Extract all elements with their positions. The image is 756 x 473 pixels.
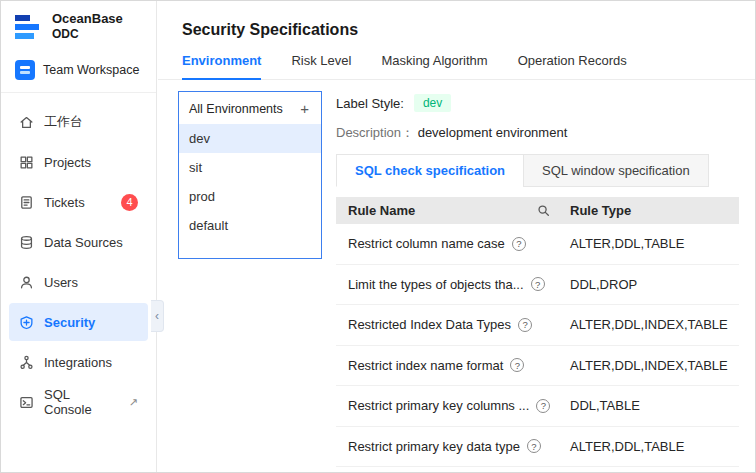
table-row[interactable]: Restrict index name format ? ALTER,DDL,I… [336, 346, 739, 387]
sidebar-nav: 工作台 Projects Tickets 4 Data Sources User… [1, 99, 156, 425]
chevron-left-icon: ‹ [155, 309, 159, 323]
rule-type-cell: ALTER,DDL,INDEX,TABLE [568, 317, 739, 332]
sidebar: OceanBase ODC Team Workspace 工作台 Project… [1, 1, 157, 472]
main-content: Security Specifications Environment Risk… [158, 1, 755, 472]
logo-subtitle: ODC [52, 27, 123, 42]
rule-type-cell: ALTER,DDL,TABLE [568, 439, 739, 454]
shield-icon [19, 315, 34, 330]
environment-detail: Label Style: dev Description： developmen… [336, 91, 739, 467]
database-icon [19, 235, 34, 250]
help-icon[interactable]: ? [518, 318, 532, 332]
sidebar-item-label: Projects [44, 155, 91, 170]
rule-name-cell: Limit the types of objects tha... ? [336, 277, 568, 292]
oceanbase-logo-icon [15, 13, 43, 41]
tab-risk-level[interactable]: Risk Level [291, 53, 351, 79]
sidebar-item-label: Integrations [44, 355, 112, 370]
table-row[interactable]: Restrict primary key columns ... ? DDL,T… [336, 386, 739, 427]
sidebar-item-sql-console[interactable]: SQL Console ↗ [9, 383, 148, 421]
environments-header: All Environments + [179, 92, 321, 124]
environment-item-default[interactable]: default [179, 211, 321, 240]
top-tabs: Environment Risk Level Masking Algorithm… [158, 53, 755, 80]
integrations-icon [19, 355, 34, 370]
label-style-row: Label Style: dev [336, 94, 739, 112]
rules-table-header: Rule Name Rule Type [336, 197, 739, 224]
rule-type-cell: DDL,TABLE [568, 398, 739, 413]
workspace-label: Team Workspace [43, 63, 139, 77]
tickets-icon [19, 195, 34, 210]
table-row[interactable]: Restrict primary key data type ? ALTER,D… [336, 427, 739, 468]
team-workspace-icon [15, 60, 35, 80]
sidebar-item-label: 工作台 [44, 113, 83, 131]
sidebar-item-label: Users [44, 275, 78, 290]
rule-name-cell: Restrict primary key data type ? [336, 439, 568, 454]
help-icon[interactable]: ? [527, 439, 541, 453]
tab-environment[interactable]: Environment [182, 53, 261, 79]
column-header-rule-name: Rule Name [336, 203, 568, 218]
tab-masking-algorithm[interactable]: Masking Algorithm [381, 53, 487, 79]
sidebar-item-tickets[interactable]: Tickets 4 [9, 183, 148, 221]
environment-item-dev[interactable]: dev [179, 124, 321, 153]
tab-operation-records[interactable]: Operation Records [518, 53, 627, 79]
rule-name-cell: Restrict primary key columns ... ? [336, 398, 568, 413]
environments-title: All Environments [189, 102, 283, 116]
rule-type-cell: ALTER,DDL,INDEX,TABLE [568, 358, 739, 373]
label-style-label: Label Style: [336, 96, 404, 111]
sidebar-collapse-handle[interactable]: ‹ [151, 300, 164, 332]
rule-type-cell: DDL,DROP [568, 277, 739, 292]
rule-type-cell: ALTER,DDL,TABLE [568, 236, 739, 251]
subtab-sql-window[interactable]: SQL window specification [523, 154, 709, 187]
env-tag: dev [414, 94, 451, 112]
column-header-rule-type: Rule Type [568, 203, 739, 218]
page-title: Security Specifications [158, 1, 755, 53]
table-row[interactable]: Restrict column name case ? ALTER,DDL,TA… [336, 224, 739, 265]
description-row: Description： development environment [336, 124, 739, 142]
environment-content: All Environments + dev sit prod default … [158, 80, 755, 467]
help-icon[interactable]: ? [531, 277, 545, 291]
sidebar-item-label: Security [44, 315, 95, 330]
subtab-sql-check[interactable]: SQL check specification [336, 154, 524, 187]
sidebar-item-label: SQL Console [44, 387, 115, 417]
rule-name-cell: Restrict column name case ? [336, 236, 568, 251]
search-icon[interactable] [537, 204, 550, 217]
rule-name-cell: Restrict index name format ? [336, 358, 568, 373]
sidebar-item-integrations[interactable]: Integrations [9, 343, 148, 381]
description-label: Description： [336, 125, 414, 140]
sidebar-item-security[interactable]: Security [9, 303, 148, 341]
app-logo: OceanBase ODC [1, 1, 156, 50]
workspace-switcher[interactable]: Team Workspace [1, 50, 156, 92]
table-row[interactable]: Restricted Index Data Types ? ALTER,DDL,… [336, 305, 739, 346]
add-environment-button[interactable]: + [298, 101, 311, 116]
projects-grid-icon [19, 155, 34, 170]
sidebar-divider [1, 92, 156, 93]
spec-subtabs: SQL check specification SQL window speci… [336, 154, 739, 187]
logo-title: OceanBase [52, 11, 123, 27]
environment-item-prod[interactable]: prod [179, 182, 321, 211]
help-icon[interactable]: ? [536, 399, 550, 413]
sidebar-item-workbench[interactable]: 工作台 [9, 103, 148, 141]
external-link-icon: ↗ [129, 396, 138, 409]
table-row[interactable]: Limit the types of objects tha... ? DDL,… [336, 265, 739, 306]
rules-table: Rule Name Rule Type Restrict column name… [336, 197, 739, 467]
tickets-count-badge: 4 [121, 194, 138, 211]
home-icon [19, 115, 34, 130]
sidebar-item-label: Tickets [44, 195, 85, 210]
users-icon [19, 275, 34, 290]
sidebar-item-data-sources[interactable]: Data Sources [9, 223, 148, 261]
help-icon[interactable]: ? [510, 358, 524, 372]
help-icon[interactable]: ? [512, 237, 526, 251]
rule-name-cell: Restricted Index Data Types ? [336, 317, 568, 332]
environment-item-sit[interactable]: sit [179, 153, 321, 182]
environments-panel: All Environments + dev sit prod default [178, 91, 322, 259]
sidebar-item-label: Data Sources [44, 235, 123, 250]
sidebar-item-users[interactable]: Users [9, 263, 148, 301]
terminal-icon [19, 395, 34, 410]
description-value: development environment [418, 125, 568, 140]
sidebar-item-projects[interactable]: Projects [9, 143, 148, 181]
